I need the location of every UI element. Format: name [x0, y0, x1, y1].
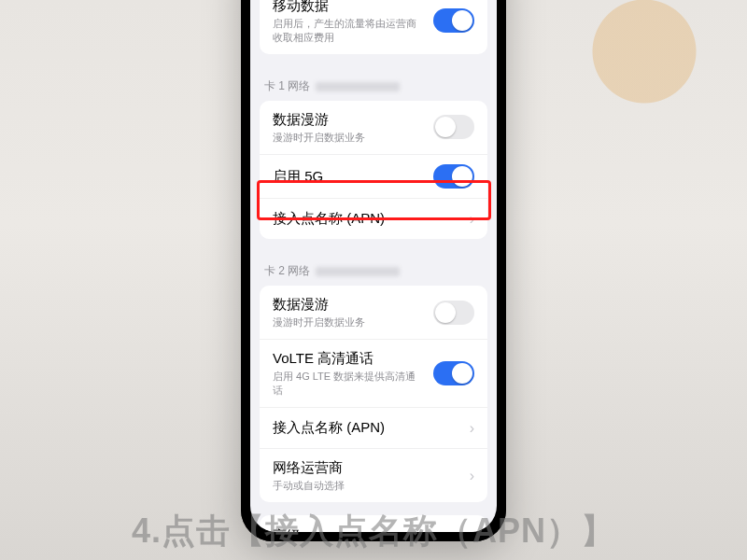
toggle-mobile-data[interactable] [433, 8, 474, 33]
card-sim1: 数据漫游 漫游时开启数据业务 启用 5G 接入点名称 (APN) › [260, 101, 487, 239]
card-general: 移动数据 启用后，产生的流量将由运营商收取相应费用 [260, 0, 487, 54]
row-apn-sim1[interactable]: 接入点名称 (APN) › [260, 198, 487, 239]
row-subtitle: 漫游时开启数据业务 [273, 131, 426, 145]
chevron-right-icon: › [470, 211, 474, 228]
row-roaming-sim2[interactable]: 数据漫游 漫游时开启数据业务 [260, 286, 487, 339]
chevron-right-icon: › [470, 468, 474, 484]
section-label-sim2: 卡 2 网络 [250, 252, 497, 286]
row-title: 移动数据 [273, 0, 426, 15]
toggle-volte[interactable] [433, 361, 474, 385]
row-enable-5g[interactable]: 启用 5G [260, 154, 487, 198]
row-volte[interactable]: VoLTE 高清通话 启用 4G LTE 数据来提供高清通话 [260, 339, 487, 407]
toggle-enable-5g[interactable] [433, 164, 474, 189]
row-mobile-data[interactable]: 移动数据 启用后，产生的流量将由运营商收取相应费用 [260, 0, 487, 54]
row-subtitle: 手动或自动选择 [273, 479, 462, 493]
phone-frame: 通用 移动数据 启用后，产生的流量将由运营商收取相应费用 卡 1 网络 数据漫游… [241, 0, 506, 541]
row-title: 数据漫游 [273, 295, 426, 314]
row-subtitle: 启用后，产生的流量将由运营商收取相应费用 [273, 17, 426, 45]
row-title: 启用 5G [273, 167, 426, 186]
row-title: 网络运营商 [273, 458, 462, 477]
settings-scrollview[interactable]: 通用 移动数据 启用后，产生的流量将由运营商收取相应费用 卡 1 网络 数据漫游… [250, 0, 497, 532]
toggle-roaming-sim1[interactable] [433, 115, 474, 139]
section-label-sim1: 卡 1 网络 [250, 67, 497, 101]
row-subtitle: 启用 4G LTE 数据来提供高清通话 [273, 370, 426, 398]
row-apn-sim2[interactable]: 接入点名称 (APN) › [260, 407, 487, 448]
row-title: 接入点名称 (APN) [273, 209, 462, 228]
row-subtitle: 漫游时开启数据业务 [273, 315, 426, 329]
chevron-right-icon: › [470, 420, 474, 437]
row-roaming-sim1[interactable]: 数据漫游 漫游时开启数据业务 [260, 101, 487, 154]
toggle-roaming-sim2[interactable] [433, 301, 474, 325]
row-title: 接入点名称 (APN) [273, 418, 462, 437]
row-title: VoLTE 高清通话 [273, 349, 426, 368]
row-title: 数据漫游 [273, 110, 426, 129]
phone-screen: 通用 移动数据 启用后，产生的流量将由运营商收取相应费用 卡 1 网络 数据漫游… [250, 0, 497, 532]
card-sim2: 数据漫游 漫游时开启数据业务 VoLTE 高清通话 启用 4G LTE 数据来提… [260, 286, 487, 502]
row-network-carrier[interactable]: 网络运营商 手动或自动选择 › [260, 448, 487, 502]
tutorial-caption: 4.点击【接入点名称（APN）】 [0, 509, 747, 554]
